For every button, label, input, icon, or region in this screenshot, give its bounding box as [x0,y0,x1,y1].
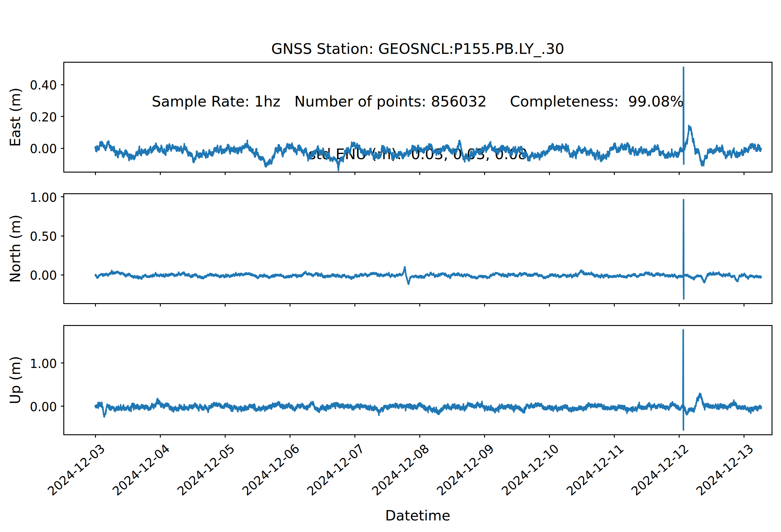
north-subplot-canvas [64,194,772,303]
x-tick-mark-east [95,172,96,175]
x-tick-mark-up [744,435,744,438]
x-tick-label: 2024-12-08 [369,441,432,498]
y-axis-label-north: North (m) [7,215,24,283]
chart-title-line1: GNSS Station: GEOSNCL:P155.PB.LY_.30 [152,40,684,58]
x-tick-mark-north [290,303,290,307]
x-tick-mark-north [549,303,550,307]
x-tick-mark-up [549,435,550,438]
x-tick-mark-up [614,435,615,438]
y-axis-label-east: East (m) [7,88,24,147]
x-tick-label: 2024-12-06 [240,441,302,498]
figure-root: GNSS Station: GEOSNCL:P155.PB.LY_.30 Sam… [0,0,781,532]
x-tick-mark-north [744,303,744,307]
y-tick-mark-north [61,196,64,197]
x-tick-mark-up [95,435,96,438]
y-tick-mark-east [61,148,64,149]
x-tick-label: 2024-12-03 [45,441,108,498]
x-tick-mark-north [355,303,355,307]
east-subplot-canvas [64,62,772,172]
x-tick-mark-east [484,172,485,175]
x-tick-mark-up [679,435,680,438]
x-tick-mark-east [549,172,550,175]
x-tick-label: 2024-12-05 [175,441,238,498]
x-tick-label: 2024-12-13 [694,441,756,498]
up-series-line [95,330,761,430]
y-tick-label-east: 0.20 [30,110,57,124]
y-tick-label-north: 1.00 [30,190,57,205]
y-tick-mark-east [61,116,64,117]
x-tick-mark-north [679,303,680,307]
y-tick-label-up: 0.00 [30,400,57,414]
y-tick-label-east: 0.00 [30,142,57,156]
x-tick-mark-east [614,172,615,175]
y-tick-mark-up [61,362,64,363]
x-axis-label: Datetime [385,507,450,524]
y-axis-label-up: Up (m) [7,356,24,404]
x-tick-mark-north [225,303,225,307]
x-tick-mark-north [160,303,161,307]
x-tick-mark-north [419,303,420,307]
y-tick-label-up: 1.00 [30,357,57,371]
y-tick-label-north: 0.00 [30,268,57,282]
x-tick-mark-east [419,172,420,175]
up-subplot-canvas [64,326,772,435]
x-tick-mark-east [225,172,225,175]
x-tick-mark-east [290,172,290,175]
y-tick-mark-north [61,235,64,236]
x-tick-label: 2024-12-10 [499,441,562,498]
x-tick-mark-up [484,435,485,438]
x-tick-mark-east [160,172,161,175]
x-tick-label: 2024-12-11 [564,441,627,498]
x-tick-mark-north [95,303,96,307]
y-tick-label-east: 0.40 [30,78,57,92]
x-tick-mark-up [419,435,420,438]
x-tick-mark-north [614,303,615,307]
x-tick-mark-east [355,172,355,175]
y-tick-mark-up [61,406,64,407]
east-series-line [95,67,761,171]
x-tick-mark-north [484,303,485,307]
x-tick-label: 2024-12-12 [629,441,692,498]
y-tick-mark-east [61,84,64,85]
x-tick-mark-up [355,435,355,438]
y-tick-label-north: 0.50 [30,229,57,243]
x-tick-label: 2024-12-09 [434,441,497,498]
y-tick-mark-north [61,274,64,275]
x-tick-mark-up [290,435,290,438]
x-tick-label: 2024-12-07 [304,441,367,498]
x-tick-mark-up [225,435,225,438]
x-tick-mark-east [744,172,744,175]
x-tick-label: 2024-12-04 [110,441,173,498]
x-tick-mark-east [679,172,680,175]
north-series-line [95,200,761,299]
x-tick-mark-up [160,435,161,438]
